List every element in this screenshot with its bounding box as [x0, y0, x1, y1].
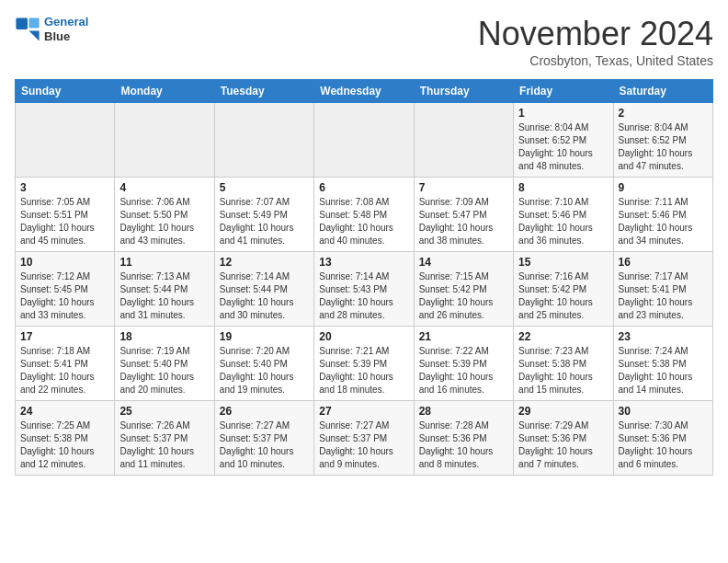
weekday-header-saturday: Saturday [613, 80, 712, 103]
day-info: Sunrise: 7:18 AM Sunset: 5:41 PM Dayligh… [20, 345, 109, 396]
day-info: Sunrise: 7:13 AM Sunset: 5:44 PM Dayligh… [119, 270, 209, 322]
calendar-cell: 19Sunrise: 7:20 AM Sunset: 5:40 PM Dayli… [214, 327, 313, 401]
day-info: Sunrise: 8:04 AM Sunset: 6:52 PM Dayligh… [518, 121, 608, 173]
weekday-header-thursday: Thursday [414, 80, 513, 103]
day-number: 28 [419, 405, 508, 418]
day-info: Sunrise: 7:14 AM Sunset: 5:43 PM Dayligh… [319, 270, 408, 322]
calendar-cell: 4Sunrise: 7:06 AM Sunset: 5:50 PM Daylig… [115, 178, 214, 252]
day-number: 16 [619, 256, 708, 269]
day-info: Sunrise: 7:05 AM Sunset: 5:51 PM Dayligh… [20, 196, 109, 247]
day-number: 4 [119, 181, 209, 194]
week-row-1: 1Sunrise: 8:04 AM Sunset: 6:52 PM Daylig… [16, 103, 713, 178]
day-number: 11 [119, 256, 209, 269]
calendar-cell: 11Sunrise: 7:13 AM Sunset: 5:44 PM Dayli… [115, 252, 214, 327]
day-number: 23 [619, 330, 708, 343]
calendar-cell: 29Sunrise: 7:29 AM Sunset: 5:36 PM Dayli… [514, 401, 613, 476]
day-info: Sunrise: 7:14 AM Sunset: 5:44 PM Dayligh… [220, 270, 309, 322]
calendar-cell: 18Sunrise: 7:19 AM Sunset: 5:40 PM Dayli… [115, 327, 214, 401]
calendar-cell: 30Sunrise: 7:30 AM Sunset: 5:36 PM Dayli… [613, 401, 712, 476]
day-number: 30 [619, 405, 708, 418]
month-title: November 2024 [478, 15, 713, 53]
day-number: 10 [20, 256, 109, 269]
weekday-header-tuesday: Tuesday [214, 80, 313, 103]
day-number: 13 [319, 256, 408, 269]
day-info: Sunrise: 7:19 AM Sunset: 5:40 PM Dayligh… [119, 345, 209, 396]
day-info: Sunrise: 7:29 AM Sunset: 5:36 PM Dayligh… [518, 419, 608, 471]
calendar-cell: 28Sunrise: 7:28 AM Sunset: 5:36 PM Dayli… [414, 401, 513, 476]
day-info: Sunrise: 7:07 AM Sunset: 5:49 PM Dayligh… [220, 196, 309, 247]
day-info: Sunrise: 7:16 AM Sunset: 5:42 PM Dayligh… [518, 270, 608, 322]
day-number: 25 [119, 405, 209, 418]
day-number: 8 [518, 181, 608, 194]
weekday-header-monday: Monday [115, 80, 214, 103]
day-number: 20 [319, 330, 408, 343]
weekday-header-friday: Friday [514, 80, 613, 103]
calendar-cell: 22Sunrise: 7:23 AM Sunset: 5:38 PM Dayli… [514, 327, 613, 401]
calendar-cell: 16Sunrise: 7:17 AM Sunset: 5:41 PM Dayli… [613, 252, 712, 327]
day-info: Sunrise: 7:17 AM Sunset: 5:41 PM Dayligh… [619, 270, 708, 322]
weekday-header-wednesday: Wednesday [314, 80, 414, 103]
calendar-cell: 26Sunrise: 7:27 AM Sunset: 5:37 PM Dayli… [214, 401, 313, 476]
day-number: 26 [220, 405, 309, 418]
day-number: 3 [20, 181, 109, 194]
day-number: 9 [619, 181, 708, 194]
day-info: Sunrise: 7:28 AM Sunset: 5:36 PM Dayligh… [419, 419, 508, 471]
day-number: 5 [220, 181, 309, 194]
logo-text: General Blue [44, 15, 88, 43]
calendar-cell: 12Sunrise: 7:14 AM Sunset: 5:44 PM Dayli… [214, 252, 313, 327]
day-number: 2 [619, 107, 708, 120]
weekday-header-row: SundayMondayTuesdayWednesdayThursdayFrid… [16, 80, 713, 103]
day-info: Sunrise: 7:25 AM Sunset: 5:38 PM Dayligh… [20, 419, 109, 471]
day-info: Sunrise: 7:11 AM Sunset: 5:46 PM Dayligh… [619, 196, 708, 247]
calendar-cell: 25Sunrise: 7:26 AM Sunset: 5:37 PM Dayli… [115, 401, 214, 476]
day-info: Sunrise: 7:10 AM Sunset: 5:46 PM Dayligh… [518, 196, 608, 247]
week-row-5: 24Sunrise: 7:25 AM Sunset: 5:38 PM Dayli… [16, 401, 713, 476]
location: Crosbyton, Texas, United States [478, 53, 713, 68]
week-row-2: 3Sunrise: 7:05 AM Sunset: 5:51 PM Daylig… [16, 178, 713, 252]
calendar-cell [115, 103, 214, 178]
week-row-3: 10Sunrise: 7:12 AM Sunset: 5:45 PM Dayli… [16, 252, 713, 327]
day-info: Sunrise: 7:06 AM Sunset: 5:50 PM Dayligh… [119, 196, 209, 247]
day-info: Sunrise: 7:24 AM Sunset: 5:38 PM Dayligh… [619, 345, 708, 396]
calendar-cell: 8Sunrise: 7:10 AM Sunset: 5:46 PM Daylig… [514, 178, 613, 252]
day-number: 17 [20, 330, 109, 343]
day-info: Sunrise: 7:22 AM Sunset: 5:39 PM Dayligh… [419, 345, 508, 396]
calendar-cell: 21Sunrise: 7:22 AM Sunset: 5:39 PM Dayli… [414, 327, 513, 401]
weekday-header-sunday: Sunday [16, 80, 115, 103]
logo: General Blue [15, 15, 88, 43]
calendar-cell: 10Sunrise: 7:12 AM Sunset: 5:45 PM Dayli… [16, 252, 115, 327]
calendar-cell: 23Sunrise: 7:24 AM Sunset: 5:38 PM Dayli… [613, 327, 712, 401]
page-header: General Blue November 2024 Crosbyton, Te… [15, 15, 713, 68]
svg-rect-1 [28, 17, 39, 28]
day-number: 19 [220, 330, 309, 343]
calendar-cell: 7Sunrise: 7:09 AM Sunset: 5:47 PM Daylig… [414, 178, 513, 252]
day-info: Sunrise: 7:27 AM Sunset: 5:37 PM Dayligh… [319, 419, 408, 471]
calendar-cell: 5Sunrise: 7:07 AM Sunset: 5:49 PM Daylig… [214, 178, 313, 252]
calendar-cell [214, 103, 313, 178]
logo-icon [15, 17, 40, 42]
svg-marker-2 [28, 30, 39, 40]
calendar-cell: 17Sunrise: 7:18 AM Sunset: 5:41 PM Dayli… [16, 327, 115, 401]
week-row-4: 17Sunrise: 7:18 AM Sunset: 5:41 PM Dayli… [16, 327, 713, 401]
calendar-cell: 1Sunrise: 8:04 AM Sunset: 6:52 PM Daylig… [514, 103, 613, 178]
day-number: 1 [518, 107, 608, 120]
day-number: 27 [319, 405, 408, 418]
calendar-cell: 3Sunrise: 7:05 AM Sunset: 5:51 PM Daylig… [16, 178, 115, 252]
day-number: 6 [319, 181, 408, 194]
calendar-cell: 24Sunrise: 7:25 AM Sunset: 5:38 PM Dayli… [16, 401, 115, 476]
calendar-cell: 2Sunrise: 8:04 AM Sunset: 6:52 PM Daylig… [613, 103, 712, 178]
day-number: 29 [518, 405, 608, 418]
day-info: Sunrise: 7:23 AM Sunset: 5:38 PM Dayligh… [518, 345, 608, 396]
calendar-cell: 6Sunrise: 7:08 AM Sunset: 5:48 PM Daylig… [314, 178, 414, 252]
title-block: November 2024 Crosbyton, Texas, United S… [478, 15, 713, 68]
day-info: Sunrise: 8:04 AM Sunset: 6:52 PM Dayligh… [619, 121, 708, 173]
day-info: Sunrise: 7:26 AM Sunset: 5:37 PM Dayligh… [119, 419, 209, 471]
calendar-cell: 13Sunrise: 7:14 AM Sunset: 5:43 PM Dayli… [314, 252, 414, 327]
day-number: 18 [119, 330, 209, 343]
calendar-cell [414, 103, 513, 178]
calendar-cell [314, 103, 414, 178]
day-number: 24 [20, 405, 109, 418]
day-info: Sunrise: 7:30 AM Sunset: 5:36 PM Dayligh… [619, 419, 708, 471]
day-number: 12 [220, 256, 309, 269]
day-info: Sunrise: 7:21 AM Sunset: 5:39 PM Dayligh… [319, 345, 408, 396]
